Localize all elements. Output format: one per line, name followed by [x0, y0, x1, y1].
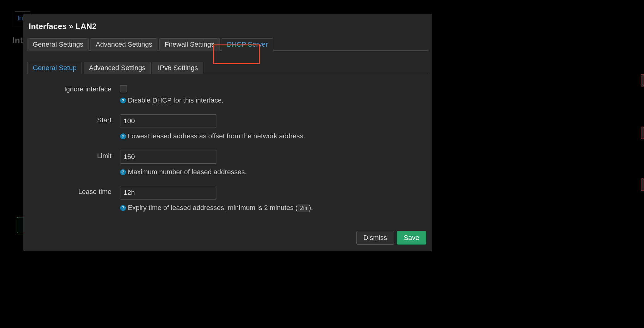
dhcp-form: Ignore interface ? Disable DHCP for this…	[27, 74, 429, 225]
input-limit[interactable]	[120, 150, 216, 164]
row-limit: Limit ? Maximum number of leased address…	[31, 150, 425, 176]
row-start: Start ? Lowest leased address as offset …	[31, 114, 425, 140]
save-button[interactable]: Save	[397, 231, 426, 245]
modal-footer: Dismiss Save	[27, 225, 429, 245]
interface-edit-modal: Interfaces » LAN2 General Settings Advan…	[23, 14, 432, 251]
help-text: Maximum number of leased addresses.	[128, 168, 247, 176]
code-2m: 2m	[298, 204, 309, 212]
help-icon[interactable]: ?	[120, 205, 126, 211]
tab-firewall-settings[interactable]: Firewall Settings	[159, 38, 220, 51]
help-lease-time: ? Expiry time of leased addresses, minim…	[120, 204, 425, 212]
help-text: Expiry time of leased addresses, minimum…	[128, 204, 298, 212]
help-icon[interactable]: ?	[120, 169, 126, 175]
dismiss-button[interactable]: Dismiss	[356, 231, 394, 245]
input-lease-time[interactable]	[120, 186, 216, 200]
help-start: ? Lowest leased address as offset from t…	[120, 132, 425, 140]
row-lease-time: Lease time ? Expiry time of leased addre…	[31, 186, 425, 212]
label-limit: Limit	[31, 150, 120, 160]
label-lease-time: Lease time	[31, 186, 120, 196]
abbr-dhcp: DHCP	[152, 96, 171, 104]
tab-advanced-settings[interactable]: Advanced Settings	[90, 38, 157, 51]
label-ignore-interface: Ignore interface	[31, 83, 120, 93]
input-start[interactable]	[120, 114, 216, 128]
bg-row-action[interactable]	[641, 179, 644, 191]
help-text: Disable	[128, 96, 152, 104]
tab-general-settings[interactable]: General Settings	[27, 38, 89, 51]
bg-page-title: Int	[12, 36, 23, 45]
help-text: for this interface.	[171, 96, 224, 104]
subtab-ipv6-settings[interactable]: IPv6 Settings	[153, 62, 203, 74]
modal-title: Interfaces » LAN2	[29, 22, 429, 31]
help-limit: ? Maximum number of leased addresses.	[120, 168, 425, 176]
label-start: Start	[31, 114, 120, 124]
subtab-general-setup[interactable]: General Setup	[27, 62, 82, 74]
primary-tabs: General Settings Advanced Settings Firew…	[27, 38, 429, 51]
help-text: Lowest leased address as offset from the…	[128, 132, 305, 140]
bg-row-action[interactable]	[641, 74, 644, 86]
help-icon[interactable]: ?	[120, 98, 126, 103]
help-ignore-interface: ? Disable DHCP for this interface.	[120, 96, 425, 104]
checkbox-ignore-interface[interactable]	[120, 85, 127, 92]
secondary-tabs: General Setup Advanced Settings IPv6 Set…	[27, 61, 429, 74]
help-icon[interactable]: ?	[120, 133, 126, 139]
bg-row-action[interactable]	[641, 127, 644, 139]
tab-dhcp-server[interactable]: DHCP Server	[222, 38, 273, 51]
help-text: ).	[309, 204, 313, 212]
subtab-advanced-settings[interactable]: Advanced Settings	[84, 62, 151, 74]
row-ignore-interface: Ignore interface ? Disable DHCP for this…	[31, 83, 425, 104]
